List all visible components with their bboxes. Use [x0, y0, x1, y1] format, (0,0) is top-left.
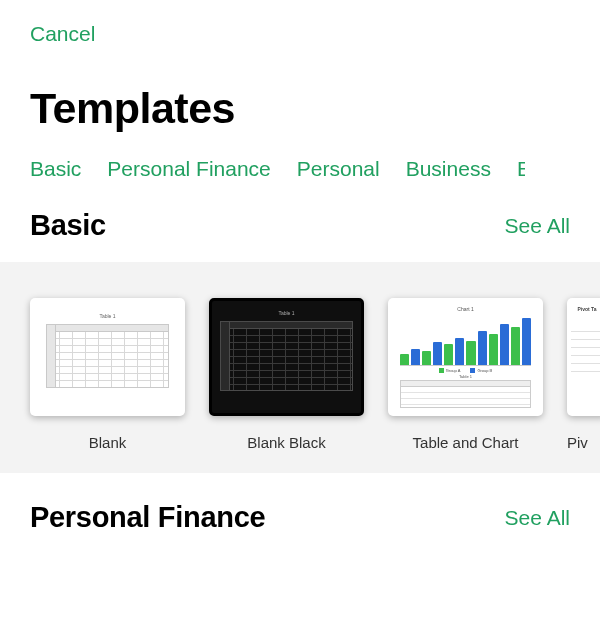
template-pivot-partial[interactable]: Pivot Ta Piv [567, 298, 600, 451]
template-blank-black-thumbnail: Table 1 [209, 298, 364, 416]
category-tabs: Basic Personal Finance Personal Business… [30, 157, 570, 181]
template-blank-black[interactable]: Table 1 Blank Black [209, 298, 364, 451]
section-personal-finance: Personal Finance See All [0, 473, 600, 534]
tab-more[interactable]: E [517, 157, 525, 181]
section-basic-title: Basic [30, 209, 106, 242]
tab-business[interactable]: Business [406, 157, 491, 181]
see-all-personal-finance[interactable]: See All [505, 506, 570, 530]
page-title: Templates [30, 84, 570, 133]
basic-templates-row: Table 1 Blank Table 1 Blank Black Chart … [0, 262, 600, 473]
template-table-and-chart-label: Table and Chart [388, 434, 543, 451]
template-table-and-chart[interactable]: Chart 1 Group A Group B Table 1 [388, 298, 543, 451]
template-blank-black-label: Blank Black [209, 434, 364, 451]
template-table-and-chart-thumbnail: Chart 1 Group A Group B Table 1 [388, 298, 543, 416]
template-blank-thumbnail: Table 1 [30, 298, 185, 416]
template-pivot-label: Piv [567, 434, 600, 451]
section-basic: Basic See All Table 1 Blank Table 1 [0, 209, 600, 473]
template-blank[interactable]: Table 1 Blank [30, 298, 185, 451]
tab-basic[interactable]: Basic [30, 157, 81, 181]
section-personal-finance-title: Personal Finance [30, 501, 265, 534]
tab-personal-finance[interactable]: Personal Finance [107, 157, 270, 181]
tab-personal[interactable]: Personal [297, 157, 380, 181]
cancel-button[interactable]: Cancel [30, 22, 95, 46]
template-pivot-thumbnail: Pivot Ta [567, 298, 600, 416]
template-blank-label: Blank [30, 434, 185, 451]
see-all-basic[interactable]: See All [505, 214, 570, 238]
